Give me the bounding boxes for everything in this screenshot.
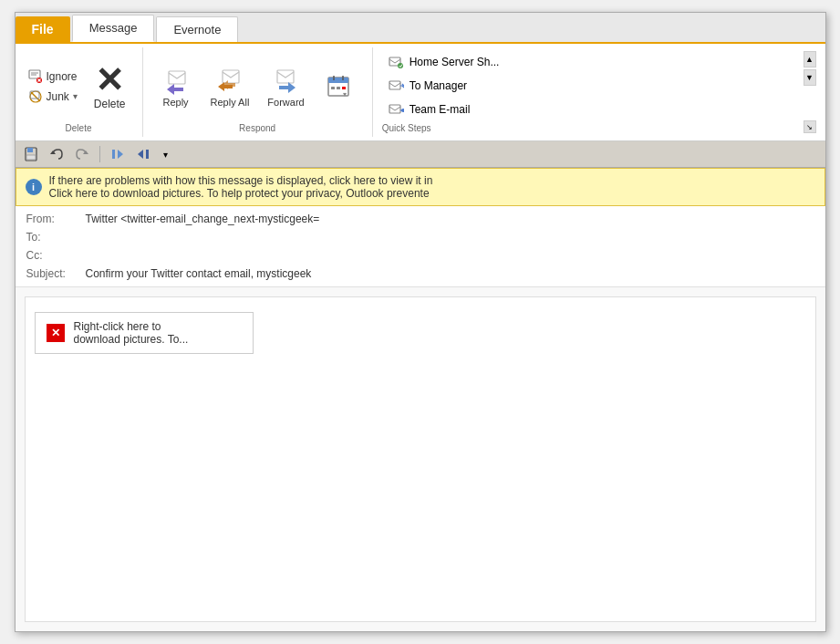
ignore-icon [28, 69, 43, 84]
save-button[interactable] [21, 144, 41, 164]
subject-label: Subject: [26, 267, 86, 280]
delete-group-label: Delete [66, 121, 92, 133]
cc-label: Cc: [26, 249, 86, 262]
junk-label: Junk [47, 90, 69, 103]
quickstep-home-server[interactable]: Home Server Sh... [382, 51, 794, 73]
team-email-label: Team E-mail [410, 103, 471, 116]
respond-group: Reply Reply All [143, 47, 373, 137]
broken-image-placeholder[interactable]: ✕ Right-click here to download pictures.… [35, 312, 254, 354]
delete-button[interactable]: ✕ Delete [87, 59, 133, 114]
tab-file[interactable]: File [16, 16, 70, 42]
svg-rect-13 [328, 78, 348, 83]
junk-arrow: ▾ [73, 91, 78, 101]
forward-label: Forward [267, 97, 304, 109]
svg-point-21 [398, 63, 403, 68]
quicksteps-list: Home Server Sh... To Manager [382, 51, 794, 120]
svg-rect-10 [223, 70, 239, 83]
svg-point-27 [401, 109, 404, 112]
reply-all-icon [213, 64, 246, 97]
svg-text:▾: ▾ [343, 90, 347, 99]
from-label: From: [26, 213, 86, 225]
save-icon [24, 147, 38, 161]
quick-access-toolbar: ▾ [16, 141, 825, 168]
svg-rect-24 [389, 81, 400, 89]
home-server-label: Home Server Sh... [410, 56, 500, 68]
prev-item-button[interactable] [108, 144, 128, 164]
next-item-button[interactable] [133, 144, 153, 164]
reply-button[interactable]: Reply [152, 60, 200, 112]
forward-button[interactable]: Forward [260, 60, 311, 112]
subject-value: Confirm your Twitter contact email, myst… [86, 267, 312, 280]
delete-x-icon: ✕ [95, 63, 124, 98]
cc-row: Cc: [26, 246, 814, 265]
outlook-window: File Message Evernote [15, 12, 826, 632]
quicksteps-expand[interactable]: ↘ [804, 120, 816, 133]
broken-image-icon: ✕ [47, 324, 65, 342]
team-email-icon [388, 101, 404, 118]
svg-rect-17 [337, 87, 340, 89]
home-server-icon [388, 54, 404, 70]
email-body: ✕ Right-click here to download pictures.… [16, 287, 825, 631]
svg-rect-34 [112, 150, 115, 159]
delete-label: Delete [94, 98, 126, 110]
junk-button[interactable]: Junk ▾ [25, 88, 81, 106]
customize-toolbar-button[interactable]: ▾ [159, 147, 173, 161]
respond-group-label: Respond [239, 121, 275, 133]
notification-text: If there are problems with how this mess… [49, 174, 433, 200]
email-content: ✕ Right-click here to download pictures.… [25, 296, 816, 622]
redo-icon [75, 147, 89, 161]
to-label: To: [26, 231, 86, 244]
ignore-label: Ignore [47, 70, 78, 83]
svg-rect-29 [27, 148, 33, 152]
svg-rect-11 [277, 70, 294, 83]
delete-group-content: Ignore Junk ▾ ✕ Delete [25, 51, 133, 121]
reply-icon [160, 64, 192, 97]
ignore-button[interactable]: Ignore [25, 68, 81, 86]
svg-marker-35 [138, 150, 143, 159]
delete-group: Ignore Junk ▾ ✕ Delete [16, 47, 143, 137]
quickstep-to-manager[interactable]: To Manager [382, 75, 794, 97]
ignore-junk-stack: Ignore Junk ▾ [25, 68, 81, 106]
redo-button[interactable] [72, 144, 92, 164]
quicksteps-scrollbar: ▲ ▼ [804, 51, 816, 86]
quickstep-team-email[interactable]: Team E-mail [382, 99, 794, 120]
respond-group-content: Reply Reply All [152, 51, 363, 121]
to-manager-icon [388, 78, 404, 94]
ribbon: Ignore Junk ▾ ✕ Delete [16, 44, 825, 141]
notification-bar[interactable]: i If there are problems with how this me… [16, 168, 825, 206]
from-value: Twitter <twitter-email_change_next-mysti… [86, 213, 320, 225]
junk-icon [28, 89, 43, 104]
reply-all-button[interactable]: Reply All [203, 60, 257, 112]
subject-row: Subject: Confirm your Twitter contact em… [26, 265, 814, 283]
svg-rect-36 [146, 150, 149, 159]
ribbon-tabs: File Message Evernote [16, 13, 825, 44]
svg-marker-33 [118, 150, 123, 159]
quicksteps-content-wrapper: Home Server Sh... To Manager [382, 51, 816, 120]
from-row: From: Twitter <twitter-email_change_next… [26, 210, 814, 228]
forward-icon [270, 64, 303, 97]
quicksteps-group: Home Server Sh... To Manager [373, 47, 825, 137]
quicksteps-group-label: Quick Steps [382, 121, 431, 133]
toolbar-separator-1 [99, 146, 100, 162]
svg-rect-30 [26, 155, 36, 160]
to-manager-label: To Manager [410, 79, 467, 92]
broken-image-text: Right-click here to download pictures. T… [74, 320, 189, 346]
prev-icon [110, 147, 125, 161]
tab-message[interactable]: Message [72, 15, 155, 42]
info-icon: i [26, 179, 42, 195]
email-header: From: Twitter <twitter-email_change_next… [16, 206, 825, 287]
calendar-icon: ▾ [323, 70, 356, 103]
tab-evernote[interactable]: Evernote [156, 16, 238, 42]
undo-icon [49, 147, 64, 161]
reply-all-label: Reply All [211, 97, 250, 109]
undo-button[interactable] [47, 144, 67, 164]
svg-rect-18 [342, 87, 346, 89]
svg-rect-9 [169, 71, 185, 84]
more-respond-button[interactable]: ▾ [316, 67, 363, 107]
svg-rect-16 [331, 87, 335, 89]
next-icon [136, 147, 150, 161]
quicksteps-scroll-down[interactable]: ▼ [804, 69, 816, 86]
reply-label: Reply [162, 97, 188, 109]
quicksteps-scroll-up[interactable]: ▲ [804, 51, 816, 68]
to-row: To: [26, 228, 814, 246]
